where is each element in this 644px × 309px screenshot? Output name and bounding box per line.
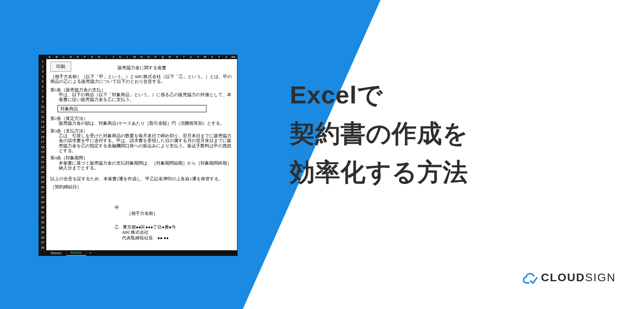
target-product-box[interactable]: 対象商品 bbox=[58, 105, 206, 112]
row-header[interactable]: 2 bbox=[39, 64, 46, 70]
col-header[interactable]: P bbox=[152, 55, 159, 59]
row-header[interactable]: 33 bbox=[39, 220, 46, 225]
row-header[interactable]: 1 bbox=[39, 59, 46, 64]
row-header[interactable]: 6 bbox=[39, 84, 46, 90]
col-header[interactable]: R bbox=[167, 55, 174, 59]
party-kou-label: 甲 bbox=[115, 206, 119, 210]
signature-block: 甲 ［相手方名称］ 乙 東京都●●区●●●丁目●番●号 ABC株式会社 代表取締… bbox=[50, 206, 233, 241]
col-header[interactable]: C bbox=[60, 55, 68, 59]
col-header[interactable]: I bbox=[103, 55, 110, 59]
row-header[interactable]: 10 bbox=[39, 105, 46, 110]
col-header[interactable]: E bbox=[74, 55, 82, 59]
row-header[interactable]: 35 bbox=[39, 230, 46, 235]
col-header[interactable]: Q bbox=[159, 55, 167, 59]
row-header[interactable]: 31 bbox=[39, 210, 46, 215]
row-header[interactable]: 32 bbox=[39, 215, 46, 220]
party-kou-name: ［相手方名称］ bbox=[115, 211, 233, 216]
row-header[interactable]: 27 bbox=[39, 190, 46, 195]
document-title: 販売協力金に関する覚書 bbox=[50, 65, 233, 70]
row-header[interactable]: 28 bbox=[39, 195, 46, 200]
row-header[interactable]: 9 bbox=[39, 99, 46, 105]
title-line-1: Excelで bbox=[290, 76, 468, 114]
row-header[interactable]: 16 bbox=[39, 135, 46, 140]
row-header[interactable]: 7 bbox=[39, 89, 46, 95]
print-button[interactable]: 印刷 bbox=[50, 62, 71, 72]
row-header[interactable]: 19 bbox=[39, 150, 46, 155]
col-header[interactable]: Z bbox=[223, 55, 230, 59]
col-header[interactable]: O bbox=[145, 55, 153, 59]
row-header[interactable]: 3 bbox=[39, 69, 46, 74]
row-header[interactable]: 20 bbox=[39, 155, 46, 160]
logo-text: CLOUDSIGN bbox=[541, 271, 616, 284]
row-header[interactable]: 18 bbox=[39, 145, 46, 150]
select-all-corner[interactable] bbox=[39, 55, 46, 59]
col-header[interactable]: L bbox=[124, 55, 131, 59]
row-header[interactable]: 11 bbox=[39, 109, 46, 115]
col-header[interactable]: X bbox=[209, 55, 216, 59]
row-header[interactable]: 30 bbox=[39, 205, 46, 210]
col-header[interactable]: K bbox=[117, 55, 124, 59]
sheet-tabs: Sheet1 Sheet2 + bbox=[39, 250, 237, 256]
col-header[interactable]: F bbox=[82, 55, 89, 59]
row-header[interactable]: 8 bbox=[39, 95, 46, 100]
row-header[interactable]: 24 bbox=[39, 175, 46, 180]
col-header[interactable]: M bbox=[131, 55, 138, 59]
row-header[interactable]: 36 bbox=[39, 235, 46, 241]
row-header[interactable]: 34 bbox=[39, 225, 46, 231]
party-otsu-label: 乙 bbox=[115, 225, 119, 229]
clause-4-heading: 第4条（対象期間） bbox=[50, 156, 233, 161]
row-header[interactable]: 26 bbox=[39, 185, 46, 190]
col-header[interactable]: H bbox=[96, 55, 103, 59]
cloud-icon bbox=[522, 271, 538, 284]
cloudsign-logo: CLOUDSIGN bbox=[522, 271, 616, 284]
closing-paragraph: 以上の合意を証するため、本覚書2通を作成し、甲乙記名押印の上各自1通を保管する。 bbox=[50, 177, 233, 181]
party-otsu-rep: 代表取締役社長 ●● ●● bbox=[115, 236, 233, 241]
row-header[interactable]: 15 bbox=[39, 130, 46, 135]
row-header[interactable]: 14 bbox=[39, 125, 46, 130]
contract-date: ［契約締結日］ bbox=[50, 185, 233, 190]
col-header[interactable]: S bbox=[173, 55, 181, 59]
row-header[interactable]: 13 bbox=[39, 119, 46, 125]
title-line-3: 効率化する方法 bbox=[290, 153, 468, 192]
tab-sheet2[interactable]: Sheet2 bbox=[66, 250, 87, 256]
row-header[interactable]: 22 bbox=[39, 165, 46, 170]
clause-2-body: 販売協力金の額は、対象商品1ケースあたり［取引金額］円（消費税等別）とする。 bbox=[50, 121, 233, 126]
col-header[interactable]: N bbox=[138, 55, 145, 59]
col-header[interactable]: T bbox=[181, 55, 188, 59]
title-line-2: 契約書の作成を bbox=[290, 114, 468, 153]
row-header[interactable]: 23 bbox=[39, 170, 46, 175]
row-header[interactable]: 4 bbox=[39, 74, 46, 80]
row-header[interactable]: 12 bbox=[39, 115, 46, 120]
clause-3-heading: 第3条（支払方法） bbox=[50, 129, 233, 134]
col-header[interactable]: Y bbox=[216, 55, 223, 59]
target-product-label: 対象商品 bbox=[60, 107, 78, 111]
row-header[interactable]: 21 bbox=[39, 160, 46, 165]
clause-1-heading: 第1条（販売協力金の支払） bbox=[50, 88, 233, 93]
excel-screenshot: A B C D E F G H I J K L M N O P Q R S T … bbox=[39, 55, 237, 256]
row-header[interactable]: 17 bbox=[39, 140, 46, 145]
row-header[interactable]: 29 bbox=[39, 200, 46, 205]
intro-paragraph: ［相手方名称］（以下「甲」という。）とABC株式会社（以下「乙」という。）とは、… bbox=[50, 74, 233, 84]
row-header[interactable]: 25 bbox=[39, 180, 46, 185]
col-header[interactable]: A bbox=[46, 55, 54, 59]
col-header[interactable]: U bbox=[188, 55, 195, 59]
tab-sheet1[interactable]: Sheet1 bbox=[46, 251, 66, 255]
add-sheet-button[interactable]: + bbox=[86, 251, 95, 255]
logo-text-cloud: CLOUD bbox=[541, 271, 585, 284]
col-header[interactable]: B bbox=[54, 55, 61, 59]
row-header[interactable]: 38 bbox=[39, 245, 46, 251]
clause-2-heading: 第2条（算定方法） bbox=[50, 116, 233, 121]
col-header[interactable]: G bbox=[89, 55, 96, 59]
clause-3-body: 乙は、引渡しを受けた対象商品の数量を毎月末日で締め切り、翌月末日までに販売協力金… bbox=[50, 134, 233, 154]
col-header[interactable]: V bbox=[195, 55, 202, 59]
row-header[interactable]: 37 bbox=[39, 240, 46, 245]
row-header[interactable]: 5 bbox=[39, 79, 46, 84]
col-header[interactable]: J bbox=[110, 55, 117, 59]
clause-1-body: 甲は、以下の商品（以下「対象商品」という。）に係る乙の販売協力の対価として、本覚… bbox=[50, 93, 233, 103]
col-header[interactable]: AA bbox=[230, 55, 237, 59]
sheet-area[interactable]: 印刷 販売協力金に関する覚書 ［相手方名称］（以下「甲」という。）とABC株式会… bbox=[46, 59, 237, 250]
party-otsu-company: ABC株式会社 bbox=[115, 230, 233, 235]
col-header[interactable]: W bbox=[202, 55, 209, 59]
col-header[interactable]: D bbox=[68, 55, 75, 59]
column-headers: A B C D E F G H I J K L M N O P Q R S T … bbox=[39, 55, 237, 59]
